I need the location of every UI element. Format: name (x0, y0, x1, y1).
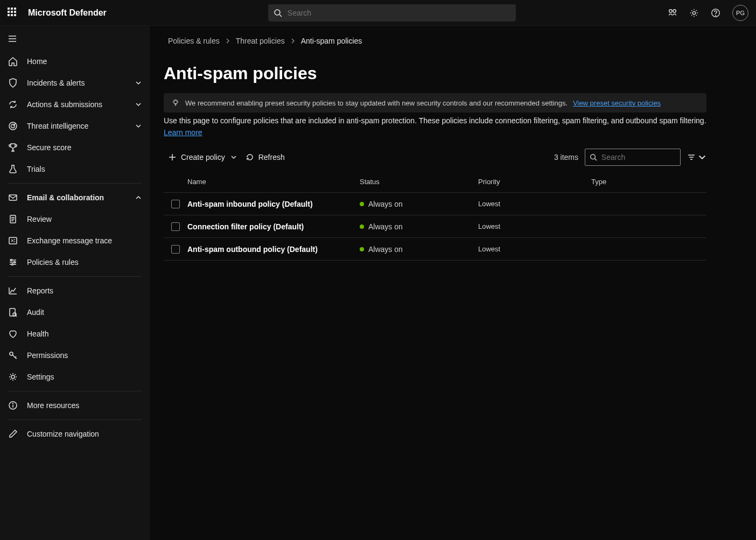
policy-priority: Lowest (478, 245, 591, 253)
create-policy-button[interactable]: Create policy (164, 150, 241, 165)
sidebar-item-incidents[interactable]: Incidents & alerts (0, 72, 149, 94)
svg-point-29 (11, 375, 15, 378)
sidebar-item-label: Audit (27, 308, 142, 317)
page-description: Use this page to configure policies that… (164, 116, 706, 138)
sidebar-divider (8, 183, 142, 184)
help-icon[interactable] (711, 8, 720, 18)
status-dot-icon (360, 202, 364, 206)
table-search-input[interactable] (601, 153, 676, 162)
policy-priority: Lowest (478, 222, 591, 230)
sidebar-toggle[interactable] (0, 29, 149, 48)
sidebar-item-label: Actions & submissions (27, 100, 135, 109)
sidebar-item-permissions[interactable]: Permissions (0, 345, 149, 366)
recommendation-link[interactable]: View preset security policies (573, 99, 661, 107)
recommendation-text: We recommend enabling preset security po… (185, 99, 568, 107)
svg-point-36 (591, 155, 596, 159)
breadcrumb-link[interactable]: Policies & rules (168, 37, 220, 45)
table-search[interactable] (585, 149, 681, 166)
learn-more-link[interactable]: Learn more (164, 128, 706, 138)
sidebar-item-label: Incidents & alerts (27, 79, 135, 87)
sidebar-item-health[interactable]: Health (0, 323, 149, 345)
col-priority[interactable]: Priority (478, 178, 591, 186)
sidebar-item-label: Home (27, 57, 142, 66)
chart-icon (8, 285, 18, 296)
sidebar-item-policies-rules[interactable]: Policies & rules (0, 251, 149, 273)
sidebar-item-secure-score[interactable]: Secure score (0, 137, 149, 158)
row-checkbox[interactable] (171, 200, 180, 208)
global-search-input[interactable] (288, 9, 510, 17)
sidebar-item-more-resources[interactable]: More resources (0, 395, 149, 416)
search-icon (590, 153, 597, 162)
policy-status: Always on (360, 200, 478, 208)
sidebar-item-home[interactable]: Home (0, 51, 149, 72)
policy-priority: Lowest (478, 200, 591, 208)
audit-icon (8, 307, 18, 318)
sidebar-item-settings[interactable]: Settings (0, 366, 149, 388)
beaker-icon (8, 164, 18, 174)
table-row[interactable]: Connection filter policy (Default) Alway… (164, 215, 706, 238)
refresh-icon (246, 153, 254, 162)
sidebar-item-label: More resources (27, 401, 142, 410)
recommendation-banner: We recommend enabling preset security po… (164, 93, 706, 113)
svg-point-6 (716, 15, 716, 16)
col-name[interactable]: Name (187, 178, 360, 186)
breadcrumb-current: Anti-spam policies (301, 37, 362, 45)
shield-icon (8, 78, 18, 88)
sidebar-item-audit[interactable]: Audit (0, 301, 149, 323)
sidebar-item-review[interactable]: Review (0, 208, 149, 230)
exchange-icon (8, 235, 18, 246)
sidebar-item-reports[interactable]: Reports (0, 280, 149, 301)
sidebar-item-label: Trials (27, 165, 142, 173)
sidebar-item-label: Health (27, 329, 142, 338)
row-checkbox[interactable] (171, 245, 180, 254)
user-avatar[interactable]: PG (732, 5, 748, 21)
chevron-right-icon (290, 38, 296, 44)
policy-name[interactable]: Anti-spam outbound policy (Default) (187, 245, 360, 254)
svg-line-12 (13, 123, 16, 126)
svg-point-0 (275, 10, 280, 15)
table-row[interactable]: Anti-spam inbound policy (Default) Alway… (164, 193, 706, 215)
sidebar-item-email-collab[interactable]: Email & collaboration (0, 187, 149, 208)
home-icon (8, 56, 18, 67)
chevron-down-icon (135, 101, 142, 108)
policy-name[interactable]: Connection filter policy (Default) (187, 222, 360, 231)
sidebar-item-exchange-trace[interactable]: Exchange message trace (0, 230, 149, 251)
chevron-down-icon (135, 123, 142, 129)
table-header: Name Status Priority Type (164, 171, 706, 193)
description-text: Use this page to configure policies that… (164, 116, 706, 125)
col-type[interactable]: Type (591, 178, 706, 186)
sidebar-item-label: Secure score (27, 143, 142, 152)
settings-icon[interactable] (689, 8, 699, 18)
sidebar-item-label: Threat intelligence (27, 122, 135, 130)
org-switcher-icon[interactable] (668, 8, 677, 18)
svg-point-23 (14, 262, 16, 263)
global-search[interactable] (268, 4, 516, 22)
table-row[interactable]: Anti-spam outbound policy (Default) Alwa… (164, 238, 706, 261)
app-launcher-icon[interactable] (8, 8, 18, 18)
sidebar-item-actions[interactable]: Actions & submissions (0, 94, 149, 115)
search-icon (274, 9, 282, 17)
col-status[interactable]: Status (360, 178, 478, 186)
sidebar-item-label: Customize navigation (27, 430, 142, 438)
filter-button[interactable] (687, 153, 706, 162)
svg-rect-13 (9, 195, 17, 200)
sidebar-item-trials[interactable]: Trials (0, 158, 149, 180)
edit-icon (8, 429, 18, 439)
sidebar-item-customize-nav[interactable]: Customize navigation (0, 423, 149, 445)
svg-point-32 (13, 403, 13, 404)
items-count: 3 items (554, 153, 578, 162)
policy-status: Always on (360, 222, 478, 231)
topbar: Microsoft Defender PG (0, 0, 756, 26)
refresh-button[interactable]: Refresh (241, 150, 289, 165)
row-checkbox[interactable] (171, 222, 180, 231)
app-title: Microsoft Defender (28, 8, 107, 18)
sidebar-item-threat-intelligence[interactable]: Threat intelligence (0, 115, 149, 137)
breadcrumb-link[interactable]: Threat policies (236, 37, 285, 45)
status-dot-icon (360, 225, 364, 229)
policy-name[interactable]: Anti-spam inbound policy (Default) (187, 200, 360, 208)
svg-point-2 (669, 9, 672, 12)
sidebar-item-label: Review (27, 215, 142, 223)
create-policy-label: Create policy (181, 153, 225, 162)
status-dot-icon (360, 247, 364, 251)
sidebar-item-label: Reports (27, 286, 142, 295)
